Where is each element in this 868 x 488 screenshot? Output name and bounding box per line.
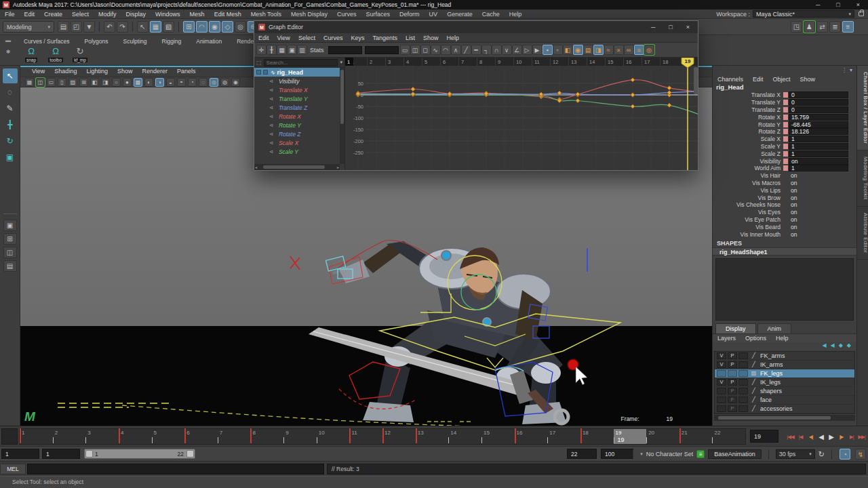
channel-visibility[interactable]: ⊲Visibility [254,77,344,85]
attribute-value[interactable]: on [789,209,848,216]
layer-visibility-toggle[interactable]: V [717,379,726,386]
timeline-frame-21[interactable]: 21 [679,429,713,444]
isolate-select-icon[interactable]: ◎ [210,78,218,87]
main-menu-generate[interactable]: Generate [442,11,477,18]
time-slider-left-box[interactable] [1,428,18,445]
tab-anim[interactable]: Anim [757,323,792,333]
attribute-value[interactable]: on [789,158,848,165]
ge-close-button[interactable]: × [686,24,690,30]
step-back-key-button[interactable]: ◀| [806,430,816,443]
channel-translate-x[interactable]: ⊲Translate X [254,85,344,94]
channel-rotate-y[interactable]: ⊲Rotate Y [254,121,344,129]
close-button[interactable]: × [856,1,860,8]
anim-layer-icon[interactable]: ≡ [696,450,705,458]
timeline-frame-20[interactable]: 20 [646,429,679,444]
attribute-value[interactable]: on [789,195,848,201]
restore-button[interactable]: □ [836,1,840,8]
layer-color-swatch[interactable]: ╱ [749,352,758,359]
attribute-value[interactable]: 0 [789,99,848,106]
layer-display-type-toggle[interactable] [738,361,748,368]
insert-keys-icon[interactable]: ╂ [267,45,277,55]
normalize-curves-icon[interactable]: ≈ [604,45,614,55]
timeline-frame-9[interactable]: 9 [283,429,317,444]
timeline-frame-2[interactable]: 2 [53,429,86,444]
shelf-item-snap[interactable]: Ωsnap [20,47,42,63]
viewport-menu-renderer[interactable]: Renderer [137,68,172,75]
modeling-toolkit-toggle-icon[interactable]: ◳ [791,21,802,33]
graph-editor-menu-tangents[interactable]: Tangents [368,35,401,41]
graph-editor-menu-list[interactable]: List [401,35,419,41]
layer-playback-toggle[interactable]: P [728,379,737,386]
select-component-mode-icon[interactable]: ▧ [163,21,174,33]
channel-box-menu-show[interactable]: Show [795,76,821,83]
main-menu-help[interactable]: Help [505,11,527,18]
tab-modeling-toolkit[interactable]: Modeling Toolkit [857,150,868,207]
step-forward-key-button[interactable]: |▶ [836,430,846,443]
outliner-node-rig-head[interactable]: ∿ rig_Head [254,68,344,77]
select-tool-mode-icon[interactable]: ↖ [137,21,149,33]
timeline-frame-15[interactable]: 15 [481,429,515,444]
timeline-frame-22[interactable]: 22 [712,429,745,444]
timeline-frame-4[interactable]: 4 [119,429,152,444]
main-menu-modify[interactable]: Modify [94,11,121,18]
undo-icon[interactable]: ↶ [104,21,115,33]
select-object-mode-icon[interactable]: ▦ [150,21,161,33]
paint-effects-icon[interactable]: ◉ [231,78,240,87]
main-menu-display[interactable]: Display [121,11,151,18]
attribute-value[interactable]: 0 [789,92,848,98]
lighting-mode-icon[interactable]: ◐ [144,78,153,87]
region-select-keys-icon[interactable]: ▣ [287,45,297,55]
scale-tool-icon[interactable]: ▣ [3,150,18,165]
layer-row-shapers[interactable]: P╱shapers [715,387,854,396]
timeline-frame-16[interactable]: 16 [515,429,548,444]
buffer-curve-snapshot-icon[interactable]: ▤ [583,45,593,55]
graph-editor-window[interactable]: M Graph Editor ─□× EditViewSelectCurvesK… [254,20,698,171]
play-backwards-button[interactable]: ◀ [816,430,826,443]
move-nearest-key-icon[interactable]: ✛ [256,45,267,55]
attribute-value[interactable]: -68.445 [789,121,848,128]
break-tangents-icon[interactable]: ∨ [502,45,512,55]
shelf-gear-icon[interactable]: ✱ [6,49,11,55]
time-snap-icon[interactable]: ▪ [542,45,553,55]
layer-color-swatch[interactable]: ╱ [749,361,758,368]
stats-field-2[interactable] [365,46,399,54]
layer-editor-menu-help[interactable]: Help [771,335,793,342]
channel-box-menu-channels[interactable]: Channels [713,76,748,83]
attribute-value[interactable]: 15.759 [789,114,848,121]
shape-node-name[interactable]: rig_HeadShape1 [713,247,856,256]
attribute-value[interactable]: on [789,180,848,186]
main-menu-file[interactable]: File [0,11,20,18]
post-infinity-icon[interactable]: ∞ [624,45,634,55]
layer-row-fk-legs[interactable]: P▨FK_legs [715,369,854,378]
anim-layer-empty-icon[interactable]: ◆ [839,342,843,350]
animation-curves-chart[interactable]: 1234567891011121314151617181500-50-100-1… [345,58,698,170]
make-live-icon[interactable]: ◎ [235,21,246,33]
layer-color-swatch[interactable]: ▨ [749,370,758,377]
template-channel-icon[interactable]: ◧ [563,45,573,55]
linear-tangents-icon[interactable]: ╱ [461,45,471,55]
timeline-frame-8[interactable]: 8 [250,429,283,444]
lattice-deform-keys-icon[interactable]: ▦ [277,45,287,55]
gate-mask-icon[interactable]: ▨ [68,78,77,87]
character-set-label[interactable]: No Character Set [646,451,694,458]
attribute-value[interactable]: 1 [789,143,848,150]
attribute-value[interactable]: on [789,224,848,230]
shadows-toggle-icon[interactable]: ◑ [155,78,164,87]
layer-playback-toggle[interactable]: P [728,352,737,359]
title-bar[interactable]: M Autodesk Maya 2017: C:\Users\Jason\Doc… [0,0,868,9]
save-scene-icon[interactable]: ▼ [83,21,95,33]
anim-layer-next-icon[interactable]: ◀ [831,342,835,350]
main-menu-mesh-tools[interactable]: Mesh Tools [246,11,286,18]
layer-list-scrollbar[interactable] [714,415,855,421]
step-back-frame-button[interactable]: |◀ [795,430,806,443]
layer-color-swatch[interactable]: ╱ [749,405,758,412]
safe-action-icon[interactable]: ◧ [90,78,99,87]
select-tool-icon[interactable]: ↖ [3,68,18,83]
xray-mode-icon[interactable]: ◌ [199,78,208,87]
free-tangent-weight-icon[interactable]: ▷ [522,45,532,55]
chevron-down-icon[interactable]: ▾ [340,60,342,65]
layer-visibility-toggle[interactable]: V [717,361,726,368]
layer-visibility-toggle[interactable]: V [717,352,726,359]
layer-color-swatch[interactable]: ╱ [749,396,758,403]
pinned-graph-icon[interactable]: ◎ [644,45,654,55]
